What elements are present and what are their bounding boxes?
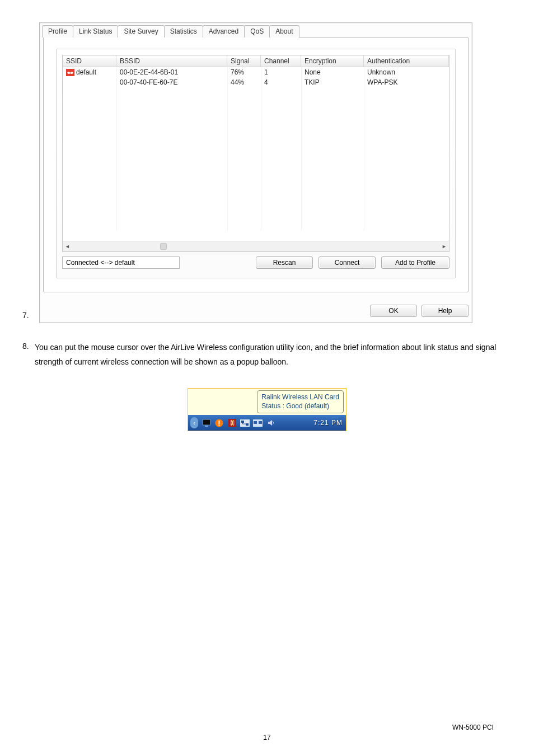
tab-site-survey[interactable]: Site Survey (118, 25, 164, 38)
cell-bssid: 00-07-40-FE-60-7E (116, 78, 227, 86)
svg-rect-2 (205, 426, 208, 427)
product-label: WN-5000 PCI (452, 724, 494, 731)
header-ssid[interactable]: SSID (63, 55, 116, 67)
header-encryption[interactable]: Encryption (301, 55, 364, 67)
tab-advanced[interactable]: Advanced (203, 25, 245, 38)
listview-body: default 00-0E-2E-44-6B-01 76% 1 None Unk… (63, 67, 449, 241)
header-authentication[interactable]: Authentication (364, 55, 449, 67)
tooltip-balloon: Ralink Wireless LAN Card Status : Good (… (257, 390, 344, 413)
network-icon[interactable] (253, 418, 263, 428)
cell-signal: 44% (227, 78, 261, 86)
cell-authentication: Unknown (364, 68, 449, 76)
monitor-icon[interactable] (202, 418, 211, 428)
scroll-track[interactable] (72, 242, 439, 251)
page-number: 17 (0, 734, 534, 741)
volume-icon[interactable] (266, 418, 275, 428)
svg-rect-5 (219, 424, 220, 426)
tab-link-status[interactable]: Link Status (73, 25, 118, 38)
table-row[interactable]: 00-07-40-FE-60-7E 44% 4 TKIP WPA-PSK (63, 77, 449, 87)
listview-hscrollbar[interactable]: ◄ ► (63, 241, 449, 251)
lan-icon[interactable] (240, 418, 250, 428)
ok-button[interactable]: OK (370, 305, 417, 317)
scroll-right-icon[interactable]: ► (439, 242, 449, 251)
svg-rect-0 (66, 69, 74, 76)
tab-about[interactable]: About (269, 25, 299, 38)
tab-qos[interactable]: QoS (244, 25, 270, 38)
handshake-icon (66, 69, 74, 76)
cell-channel: 1 (261, 68, 301, 76)
tray-screenshot: Ralink Wireless LAN Card Status : Good (… (188, 388, 346, 431)
tab-profile[interactable]: Profile (42, 25, 73, 38)
tray-expand-icon[interactable]: ‹ (190, 417, 198, 428)
list-number-8: 8. (22, 340, 31, 369)
header-signal[interactable]: Signal (227, 55, 261, 67)
instruction-text: You can put the mouse cursor over the Ai… (35, 340, 512, 369)
cell-authentication: WPA-PSK (364, 78, 449, 86)
table-row[interactable]: default 00-0E-2E-44-6B-01 76% 1 None Unk… (63, 67, 449, 77)
svg-rect-7 (240, 419, 250, 427)
rescan-button[interactable]: Rescan (256, 256, 313, 269)
cell-signal: 76% (227, 68, 261, 76)
header-channel[interactable]: Channel (261, 55, 301, 67)
config-dialog: Profile Link Status Site Survey Statisti… (39, 22, 472, 323)
network-listview[interactable]: SSID BSSID Signal Channel Encryption Aut… (62, 55, 449, 252)
cell-encryption: None (301, 68, 364, 76)
network-group: SSID BSSID Signal Channel Encryption Aut… (56, 49, 456, 278)
tab-panel-site-survey: SSID BSSID Signal Channel Encryption Aut… (43, 37, 469, 292)
connect-button[interactable]: Connect (318, 256, 376, 269)
svg-rect-1 (203, 419, 210, 425)
help-button[interactable]: Help (421, 305, 469, 317)
taskbar-clock: 7:21 PM (313, 419, 343, 427)
svg-rect-11 (254, 421, 257, 424)
cell-bssid: 00-0E-2E-44-6B-01 (116, 68, 227, 76)
header-bssid[interactable]: BSSID (116, 55, 227, 67)
cell-encryption: TKIP (301, 78, 364, 86)
balloon-line-2: Status : Good (default) (261, 402, 339, 410)
alert-icon[interactable] (214, 418, 224, 428)
cell-ssid: default (76, 68, 96, 76)
svg-rect-8 (241, 421, 244, 423)
tab-strip: Profile Link Status Site Survey Statisti… (42, 25, 469, 38)
cell-channel: 4 (261, 78, 301, 86)
scroll-left-icon[interactable]: ◄ (63, 242, 72, 251)
connection-status-field: Connected <--> default (62, 256, 180, 269)
balloon-line-1: Ralink Wireless LAN Card (261, 393, 339, 402)
list-number-7: 7. (22, 310, 36, 323)
taskbar: ‹ 7:21 PM (188, 415, 346, 431)
antivirus-icon[interactable] (227, 418, 237, 428)
listview-headers: SSID BSSID Signal Channel Encryption Aut… (63, 55, 449, 67)
tab-statistics[interactable]: Statistics (164, 25, 203, 38)
svg-rect-12 (259, 421, 262, 424)
svg-rect-4 (219, 421, 220, 424)
add-to-profile-button[interactable]: Add to Profile (381, 256, 449, 269)
